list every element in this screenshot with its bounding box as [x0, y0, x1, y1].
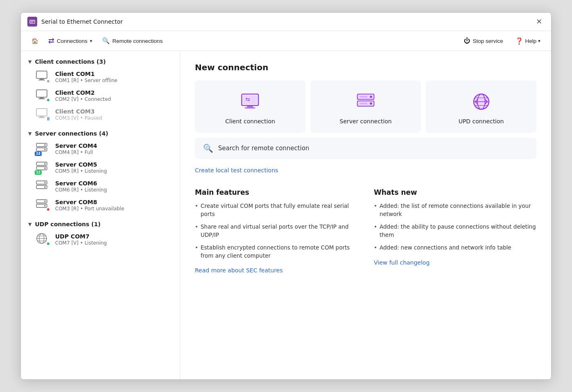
client-com3-pause-icon: ⏸	[46, 116, 51, 122]
client-com1-desc: COM1 [R] • Server offline	[55, 78, 172, 83]
client-com2-icon-wrap	[36, 89, 50, 102]
client-connection-card-icon: ⇆	[239, 90, 261, 113]
svg-rect-41	[360, 96, 367, 98]
app-window: Serial to Ethernet Connector ✕ 🏠 ⇄ Conne…	[20, 12, 552, 380]
server-icon-svg	[355, 91, 376, 112]
svg-rect-1	[36, 71, 47, 78]
whats-new-col: Whats new Added: the list of remote conn…	[374, 188, 536, 274]
svg-point-16	[44, 163, 46, 165]
server-com5-icon-wrap: 12	[36, 161, 50, 174]
server-com6-info: Server COM6 COM6 [R] • Listening	[55, 180, 172, 193]
client-chevron-icon: ▼	[28, 59, 31, 65]
remote-connections-button[interactable]: 🔍 Remote connections	[98, 35, 167, 47]
search-row-text: Search for remote connection	[218, 145, 309, 152]
client-com2-icon	[36, 89, 48, 100]
connection-cards-row: ⇆ Client connection	[195, 80, 536, 133]
new-connection-title: New connection	[195, 62, 536, 72]
server-com8-name: Server COM8	[55, 199, 172, 205]
server-com6-name: Server COM6	[55, 180, 172, 187]
connections-dropdown-icon: ▾	[90, 38, 92, 44]
server-com4-desc: COM4 [R] • Full	[55, 149, 172, 155]
sidebar-item-client-com1[interactable]: Client COM1 COM1 [R] • Server offline	[21, 67, 180, 86]
upd-connection-card-label: UPD connection	[458, 118, 504, 125]
svg-rect-6	[38, 98, 45, 99]
svg-point-40	[370, 102, 372, 105]
toolbar: 🏠 ⇄ Connections ▾ 🔍 Remote connections ⏻…	[21, 31, 551, 51]
sidebar-item-server-com5[interactable]: 12 Server COM5 COM5 [R] • Listening	[21, 158, 180, 177]
main-feature-3: Establish encrypted connections to remot…	[195, 244, 358, 260]
create-local-link[interactable]: Create local test connections	[195, 167, 278, 174]
whats-new-3: Added: new connections and network info …	[374, 244, 536, 252]
svg-text:⇆: ⇆	[246, 96, 250, 102]
sidebar-item-udp-com7[interactable]: UDP COM7 COM7 [V] • Listening	[21, 230, 180, 249]
help-icon: ❓	[515, 37, 523, 45]
svg-rect-3	[38, 80, 45, 80]
sidebar-item-client-com3[interactable]: ⏸ Client COM3 COM3 [V] • Paused	[21, 105, 180, 124]
server-com6-desc: COM6 [R] • Listening	[55, 187, 172, 193]
connections-label: Connections	[57, 38, 87, 44]
client-com3-name: Client COM3	[55, 108, 172, 115]
svg-rect-9	[38, 117, 45, 118]
server-com8-desc: COM3 [R] • Port unavailable	[55, 206, 172, 212]
client-com1-icon	[36, 70, 48, 82]
search-remote-connection-row[interactable]: 🔍 Search for remote connection	[195, 138, 536, 159]
remote-connections-label: Remote connections	[112, 38, 163, 44]
features-row: Main features Create virtual COM ports t…	[195, 188, 536, 274]
svg-point-13	[44, 149, 46, 150]
svg-point-39	[370, 96, 372, 98]
server-connections-header[interactable]: ▼ Server connections (4)	[21, 128, 180, 139]
whats-new-2: Added: the ability to pause connections …	[374, 223, 536, 239]
udp-com7-status-dot	[46, 242, 50, 246]
svg-rect-2	[40, 78, 44, 80]
svg-rect-32	[247, 105, 253, 107]
server-com4-name: Server COM4	[55, 143, 172, 149]
client-com1-status-dot	[46, 79, 50, 83]
upd-connection-card[interactable]: UPD connection	[426, 80, 536, 133]
server-com4-info: Server COM4 COM4 [R] • Full	[55, 143, 172, 155]
svg-rect-5	[40, 97, 44, 98]
client-com2-desc: COM2 [V] • Connected	[55, 96, 172, 102]
sidebar-item-server-com8[interactable]: Server COM8 COM3 [R] • Port unavailable	[21, 196, 180, 214]
server-com8-icon-wrap	[36, 198, 50, 212]
client-com1-name: Client COM1	[55, 71, 172, 77]
sidebar: ▼ Client connections (3) Client COM1 COM…	[21, 51, 180, 379]
sidebar-item-server-com4[interactable]: 24 Server COM4 COM4 [R] • Full	[21, 139, 180, 158]
toolbar-right: ⏻ Stop service ❓ Help ▾	[459, 35, 545, 47]
help-button[interactable]: ❓ Help ▾	[511, 35, 545, 47]
app-icon	[27, 17, 37, 27]
server-connection-card-icon	[354, 90, 377, 113]
udp-chevron-icon: ▼	[28, 222, 31, 227]
sidebar-item-server-com6[interactable]: Server COM6 COM6 [R] • Listening	[21, 177, 180, 196]
client-com1-icon-wrap	[36, 70, 50, 83]
client-com3-icon-wrap: ⏸	[36, 108, 50, 121]
stop-service-label: Stop service	[473, 38, 503, 44]
svg-rect-33	[245, 107, 255, 109]
read-more-link[interactable]: Read more about SEC features	[195, 267, 283, 274]
client-connections-header[interactable]: ▼ Client connections (3)	[21, 56, 180, 67]
stop-service-button[interactable]: ⏻ Stop service	[459, 35, 508, 47]
server-connection-card[interactable]: Server connection	[311, 80, 421, 133]
server-com4-badge: 24	[35, 151, 42, 156]
client-connection-card-label: Client connection	[225, 118, 275, 125]
server-com8-info: Server COM8 COM3 [R] • Port unavailable	[55, 199, 172, 212]
udp-connections-header[interactable]: ▼ UDP connections (1)	[21, 218, 180, 230]
view-changelog-link[interactable]: View full changelog	[374, 259, 430, 266]
client-connection-card[interactable]: ⇆ Client connection	[195, 80, 306, 133]
svg-point-12	[44, 144, 46, 146]
connections-icon: ⇄	[48, 36, 54, 45]
server-com6-icon	[36, 180, 48, 191]
connections-button[interactable]: ⇄ Connections ▾	[44, 34, 96, 47]
sidebar-item-client-com2[interactable]: Client COM2 COM2 [V] • Connected	[21, 86, 180, 105]
client-com2-name: Client COM2	[55, 89, 172, 96]
home-button[interactable]: 🏠	[27, 36, 42, 46]
power-icon: ⏻	[464, 37, 470, 45]
upd-connection-card-icon	[470, 90, 493, 113]
udp-com7-icon	[36, 233, 48, 244]
server-com5-desc: COM5 [R] • Listening	[55, 168, 172, 174]
help-dropdown-icon: ▾	[538, 38, 541, 44]
titlebar: Serial to Ethernet Connector ✕	[21, 13, 551, 31]
main-features-list: Create virtual COM ports that fully emul…	[195, 202, 358, 260]
main-features-heading: Main features	[195, 188, 358, 196]
close-button[interactable]: ✕	[534, 17, 545, 26]
svg-point-25	[44, 205, 46, 207]
